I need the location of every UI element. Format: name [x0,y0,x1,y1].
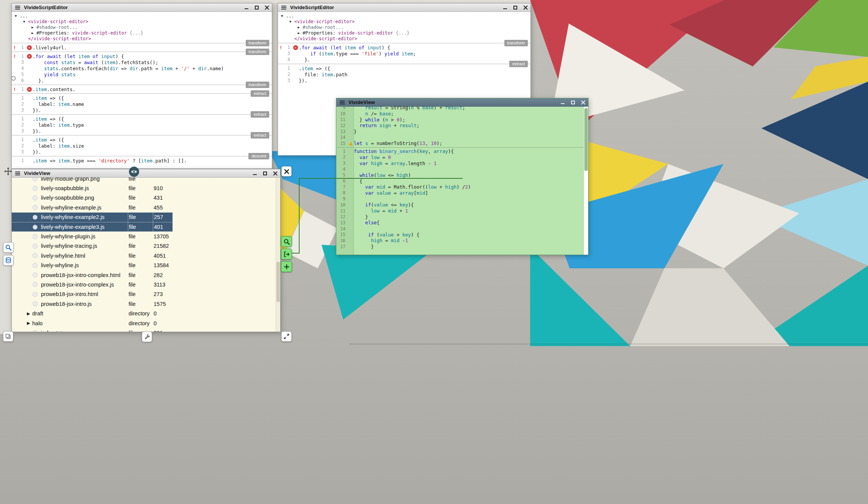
minimize-button[interactable] [253,171,257,176]
close-button[interactable] [581,100,585,105]
menu-icon[interactable] [15,7,20,8]
expand-arrow-icon[interactable]: ▶ [27,321,32,326]
file-row[interactable]: lively-whyline-tracing.jsfile21582 [12,241,173,251]
code-line[interactable]: 3}). [12,128,272,134]
search-step-button[interactable] [281,236,292,247]
code-line[interactable]: 15 if (value > key) { [336,232,584,238]
code-line[interactable]: 11 low = mid + 1 [336,208,584,214]
code-line[interactable]: 7 var mid = Math.floor((low + high) /2) [336,184,584,190]
maximize-button[interactable] [571,100,575,105]
code-line[interactable]: 5 while(low <= high) [336,172,584,178]
maximize-button[interactable] [254,5,259,10]
scrollbar-thumb[interactable] [584,108,588,171]
file-row[interactable]: lively-whyline-example3.jsfile401 [12,222,173,232]
scrollbar[interactable] [584,107,588,255]
code-line[interactable]: 1.item => ({ [278,65,531,71]
resize-handle[interactable] [281,331,292,342]
expand-arrow-icon[interactable]: ▶ [298,25,303,30]
maximize-button[interactable] [263,171,267,176]
code-line[interactable]: 13} [336,129,584,135]
code-line[interactable]: 13 else{ [336,220,584,226]
titlebar[interactable]: VivideView [12,169,280,178]
code-line[interactable]: 15let s = numberToString(13, 10); [336,140,584,146]
code-line[interactable]: 2 label: item.name [12,101,272,107]
dom-tree-node[interactable]: ▶#shadow-root... [15,25,272,30]
file-row[interactable]: lively-module-graph.pngfile [12,178,173,183]
dom-tree-node[interactable]: ▶#Properties: vivide-script-editor {...} [15,30,272,36]
code-line[interactable]: 14 [336,134,584,140]
dom-tree-node[interactable]: ▼<vivide-script-editor> [281,19,531,25]
code-line[interactable]: 6 { [336,178,584,184]
close-button[interactable] [523,5,528,10]
directory-row[interactable]: ▶draftdirectory0 [12,309,173,318]
file-row[interactable]: proweb18-jsx-intro.htmlfile273 [12,290,173,299]
expand-arrow-icon[interactable]: ▼ [281,13,286,19]
code-line[interactable]: 1.item => ({ [12,95,272,101]
close-button[interactable] [265,5,269,10]
code-line[interactable]: 17 } [336,244,584,250]
code-line[interactable]: 4 [336,166,584,172]
file-row[interactable]: proweb18-jsx-intro-complex.htmlfile282 [12,270,173,280]
halo-close-button[interactable] [281,166,292,176]
code-line[interactable]: 9 [336,196,584,202]
minimize-button[interactable] [560,100,565,105]
menu-icon[interactable] [15,173,20,174]
code-line[interactable]: 5 yield stats [12,71,272,77]
move-handle[interactable] [4,167,13,177]
dom-tree-node[interactable]: </vivide-script-editor> [15,36,272,42]
dom-tree-node[interactable]: ▼<vivide-script-editor> [15,19,272,25]
minimize-button[interactable] [244,5,249,10]
expand-arrow-icon[interactable]: ▼ [15,13,20,19]
inspect-button[interactable] [129,167,139,177]
code-line[interactable]: 1.item => ({ [12,116,272,122]
code-line[interactable]: !1✕.for await (let item of input) { [278,44,531,50]
titlebar[interactable]: VivideScriptEditor [12,3,272,12]
code-line[interactable]: 3}). [12,107,272,113]
search-button[interactable] [3,242,14,253]
code-line[interactable]: 12 } [336,214,584,220]
close-button[interactable] [273,171,278,176]
expand-arrow-icon[interactable]: ▶ [31,25,36,30]
code-line[interactable]: !1✕.item.contents. [12,86,272,92]
code-line[interactable]: 9 result = String(n % base) + result; [336,107,584,111]
file-row[interactable]: proweb18-jsx-intro.jsfile1575 [12,299,173,309]
code-line[interactable]: 1.item => item.type === 'directory' ? [i… [12,158,272,164]
export-step-button[interactable] [281,249,292,260]
code-line[interactable]: 3}). [12,149,272,155]
titlebar[interactable]: VivideScriptEditor [278,3,531,12]
dom-tree-node[interactable]: ▶#shadow-root... [281,25,531,30]
maximize-button[interactable] [513,5,518,10]
expand-arrow-icon[interactable]: ▶ [27,311,32,316]
directory-row[interactable]: ▶halodirectory0 [12,318,173,328]
code-line[interactable]: 2 var low = 0 [336,154,584,161]
file-row[interactable]: lively-whyline-example2.jsfile257 [12,213,173,222]
code-line[interactable]: !1✕.lively4url. [12,44,272,50]
dom-tree-node[interactable]: ▼... [15,13,272,19]
file-row[interactable]: proweb18-jsx-intro-complex.jsfile3113 [12,280,173,289]
code-line[interactable]: 16 high = mid -1 [336,238,584,244]
code-line[interactable]: 8 var value = array[mid] [336,190,584,196]
file-row[interactable]: lively-soapbubble.jsfile910 [12,183,173,193]
file-row[interactable]: lively-whyline-example.jsfile455 [12,203,173,212]
code-line[interactable]: 4 }. [278,57,531,63]
configure-button[interactable] [142,332,152,342]
code-line[interactable]: 1function binary_search(key, array){ [336,148,584,154]
code-line[interactable]: 10 n /= base; [336,111,584,117]
expand-arrow-icon[interactable]: ▼ [23,19,28,25]
code-line[interactable]: !1✕.for await (let item of input) { [12,53,272,59]
file-row[interactable]: in-bootstfile331 [12,328,173,332]
code-line[interactable]: 2 label: item.size [12,143,272,149]
code-line[interactable]: 6 }. [12,77,272,83]
code-line[interactable]: 2 label: item.type [12,122,272,128]
scrollbar[interactable] [276,178,280,332]
expand-arrow-icon[interactable]: ▶ [298,30,303,36]
add-step-button[interactable] [281,261,292,272]
data-source-button[interactable] [3,255,14,266]
code-line[interactable]: 12 return sign + result; [336,123,584,129]
copy-button[interactable] [3,331,13,342]
menu-icon[interactable] [340,102,345,103]
code-line[interactable]: 4 stats.contents.forEach(dir => dir.path… [12,65,272,71]
undo-button[interactable] [10,76,16,83]
titlebar[interactable]: VivideView [336,98,588,107]
code-line[interactable]: 10 if(value <= key){ [336,202,584,208]
